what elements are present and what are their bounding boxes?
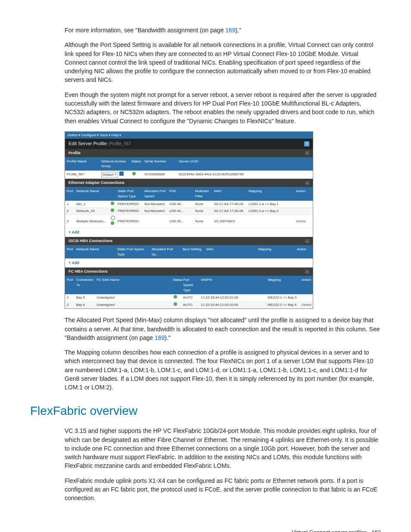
cell-san[interactable]: Unassigned	[95, 294, 171, 301]
delete-link[interactable]	[300, 297, 313, 299]
text: )."	[235, 27, 241, 34]
delete-link[interactable]	[294, 203, 307, 205]
col-status: Status	[171, 277, 181, 293]
cell-san[interactable]: Unassigned	[95, 302, 171, 308]
col-port: Port	[65, 188, 75, 199]
fc-row[interactable]: 1Bay 5UnassignedAUTO11:22:33:44:12:02:01…	[65, 294, 313, 302]
cell-serial: VCX0000000	[143, 171, 177, 178]
link-page-169-b[interactable]: 169	[155, 334, 165, 341]
paragraph-port-speed: Although the Port Speed Setting is avail…	[30, 40, 381, 84]
cell-mcf: None	[193, 208, 212, 215]
cell-status	[130, 171, 143, 178]
cell-port: 2	[65, 208, 75, 215]
cell-mac: 00-17-A4-77-00-04	[212, 201, 247, 208]
cell-pxe: USE-BI...	[168, 201, 193, 208]
col-nag: Network Access Group	[100, 158, 130, 170]
delete-link[interactable]	[294, 210, 307, 212]
cell-network[interactable]: Net_1	[75, 201, 108, 208]
cell-port: 2	[65, 302, 75, 308]
col-wwpn: WWPN	[199, 277, 266, 293]
col-status: Status	[130, 158, 143, 170]
collapse-icon[interactable]: –	[305, 270, 309, 274]
col-alloc-speed: Allocated Port Sp...	[150, 246, 181, 258]
text: For more information, see "Bandwidth ass…	[65, 27, 225, 34]
col-speed-type: Static Port Speed Type	[115, 246, 150, 258]
profile-row: Profile_567 Default▼ VCX0000000 b222454e…	[65, 171, 313, 179]
col-san: FC SAN Name	[95, 277, 171, 293]
footer-text: Virtual Connect server profiles	[292, 529, 367, 532]
col-network: Network Name	[75, 246, 115, 258]
add-iscsi-button[interactable]: + Add	[65, 258, 83, 268]
iscsi-headers: Port Network Name Static Port Speed Type…	[65, 245, 313, 258]
col-boot: Boot Setting	[181, 246, 205, 258]
eth-row[interactable]: 3Multiple Networks...PREFERREDUSE-BI...N…	[65, 215, 313, 228]
cell-connected: Bay 6	[75, 302, 95, 308]
paragraph-flexfabric-1: VC 3.15 and higher supports the HP VC Fl…	[30, 426, 381, 470]
cell-map: LOM1:1-a => Bay 1	[247, 201, 294, 208]
cell-nag[interactable]: Default▼	[100, 171, 130, 179]
cell-network[interactable]: Multiple Networks...	[75, 218, 108, 225]
cell-network[interactable]: Network_44	[75, 208, 108, 215]
status-ok-icon	[111, 221, 114, 225]
cell-speed: PREFERRED	[116, 208, 143, 215]
eth-row[interactable]: 2Network_44PREFERREDNot AllocatedUSE-BI.…	[65, 208, 313, 215]
collapse-icon[interactable]: –	[305, 239, 309, 243]
cell-map	[247, 220, 294, 222]
cell-map: LOM1:2-a => Bay 2	[247, 208, 294, 215]
text: The Allocated Port Speed (Min-Max) colum…	[65, 317, 380, 341]
fc-row[interactable]: 2Bay 6UnassignedAUTO11:22:33:44:12:02:02…	[65, 302, 313, 309]
help-icon[interactable]: ?	[304, 141, 309, 146]
col-connected: Connected To	[75, 277, 95, 293]
status-ok-icon	[111, 208, 114, 212]
col-profile-name: Profile Name	[65, 158, 100, 170]
cell-speed: PREFERRED	[116, 201, 143, 208]
profile-headers: Profile Name Network Access Group Status…	[65, 157, 313, 171]
paragraph-allocated-speed: The Allocated Port Speed (Min-Max) colum…	[30, 316, 381, 342]
section-iscsi: iSCSI HBA Connections	[68, 238, 112, 244]
nag-edit-icon[interactable]	[119, 171, 124, 176]
cell-map: MEZZ2:2 => Bay 6	[266, 302, 300, 308]
collapse-icon[interactable]: –	[305, 181, 309, 185]
status-ok-icon	[174, 295, 177, 299]
add-ethernet-button[interactable]: + Add	[65, 228, 83, 237]
cell-profile-name: Profile_567	[65, 171, 100, 178]
col-uuid: Server UUID	[177, 158, 263, 170]
link-page-169[interactable]: 169	[225, 27, 235, 34]
cell-status	[171, 294, 181, 301]
col-mapping: Mapping	[247, 188, 294, 199]
col-speed-type: Static Port Speed Type	[116, 188, 143, 199]
col-mapping: Mapping	[266, 277, 300, 293]
paragraph-flexfabric-2: FlexFabric module uplink ports X1-X4 can…	[30, 476, 381, 503]
status-ok-icon	[174, 302, 177, 306]
text: )."	[165, 334, 171, 341]
delete-link[interactable]: Delete	[294, 218, 307, 225]
col-serial: Serial Number	[143, 158, 177, 170]
cell-port: 1	[65, 294, 75, 301]
section-ethernet: Ethernet Adapter Connections	[68, 180, 125, 186]
cell-alloc	[143, 220, 168, 222]
col-mac: MAC	[205, 246, 256, 258]
page-footer: Virtual Connect server profiles 163	[30, 529, 381, 532]
cell-map: MEZZ2:1 => Bay 5	[266, 294, 300, 301]
collapse-icon[interactable]: –	[305, 151, 309, 155]
paragraph-mapping: The Mapping column describes how each co…	[30, 348, 381, 392]
cell-mac: 00-17-A4-77-00-06	[212, 208, 247, 215]
cell-speed: AUTO	[181, 294, 199, 301]
status-warn-icon	[111, 216, 115, 220]
paragraph-reboot: Even though the system might not prompt …	[30, 90, 381, 125]
col-action: Action	[300, 277, 313, 293]
cell-alloc: Not Allocated	[143, 201, 168, 208]
col-port: Port	[65, 246, 75, 258]
menu-bar[interactable]: Define ▾ Configure ▾ Tools ▾ Help ▾	[65, 132, 313, 139]
cell-alloc: Not Allocated	[143, 208, 168, 215]
cell-mcf: None	[193, 218, 212, 225]
eth-row[interactable]: 1Net_1PREFERREDNot AllocatedUSE-BI...Non…	[65, 201, 313, 208]
delete-link[interactable]: Delete	[300, 302, 313, 308]
col-pxe: PXE	[168, 188, 193, 199]
cell-status	[108, 201, 116, 208]
eth-headers: Port Network Name Static Port Speed Type…	[65, 187, 313, 200]
cell-port: 1	[65, 201, 75, 208]
status-ok-icon	[111, 202, 114, 205]
status-ok-icon	[132, 172, 136, 175]
section-profile: Profile	[68, 150, 81, 156]
